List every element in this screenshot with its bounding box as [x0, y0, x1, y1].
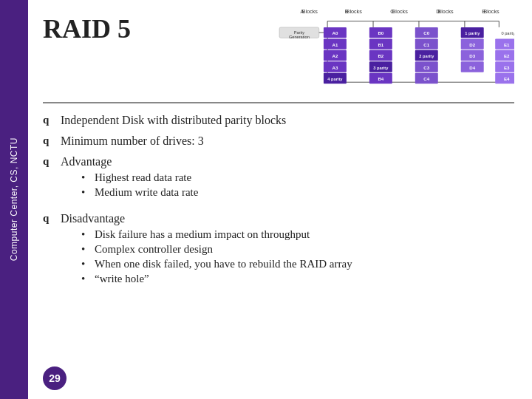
svg-text:C0: C0: [423, 30, 429, 35]
item-content: Disadvantage • Disk failure has a medium…: [61, 212, 352, 291]
svg-text:B1: B1: [378, 42, 383, 47]
sub-item-text: Highest read data rate: [95, 171, 191, 184]
svg-text:D3: D3: [469, 53, 475, 58]
dot-icon: •: [81, 228, 89, 241]
svg-text:Blocks: Blocks: [483, 8, 499, 15]
dot-icon: •: [81, 186, 89, 199]
item-text: Independent Disk with distributed parity…: [61, 114, 286, 127]
svg-text:A2: A2: [332, 53, 338, 58]
header-area: RAID 5 A Blocks B Blocks C Blocks D Bloc…: [43, 13, 514, 93]
page-title: RAID 5: [43, 13, 270, 44]
sub-item: • Highest read data rate: [81, 171, 198, 184]
dot-icon: •: [81, 171, 89, 184]
svg-text:0 parity: 0 parity: [501, 31, 514, 35]
sidebar-label: Computer Center, CS, NCTU: [9, 137, 19, 261]
list-item: q Advantage • Highest read data rate • M…: [43, 155, 514, 205]
sidebar: Computer Center, CS, NCTU: [0, 0, 28, 399]
sub-item: • Complex controller design: [81, 243, 352, 256]
sub-item: • “write hole”: [81, 273, 352, 285]
sub-item-text: “write hole”: [95, 273, 149, 285]
svg-text:Blocks: Blocks: [437, 8, 454, 15]
bullet-icon: q: [43, 114, 53, 126]
page-number-badge: 29: [43, 366, 66, 390]
sub-item: • When one disk failed, you have to rebu…: [81, 258, 352, 270]
list-item: q Independent Disk with distributed pari…: [43, 114, 514, 127]
svg-text:Blocks: Blocks: [392, 8, 409, 15]
sub-item: • Disk failure has a medium impact on th…: [81, 228, 352, 241]
dot-icon: •: [81, 243, 89, 256]
svg-text:A0: A0: [332, 30, 338, 35]
svg-text:A1: A1: [332, 42, 338, 47]
svg-text:D2: D2: [469, 42, 475, 47]
dot-icon: •: [81, 258, 89, 270]
svg-text:E4: E4: [504, 76, 510, 81]
svg-text:C3: C3: [423, 65, 429, 70]
sub-item: • Medium write data rate: [81, 186, 198, 199]
svg-text:E3: E3: [504, 65, 510, 70]
svg-text:Parity: Parity: [294, 30, 305, 35]
item-content: Advantage • Highest read data rate • Med…: [61, 155, 198, 205]
svg-text:Blocks: Blocks: [347, 8, 363, 15]
item-text: Disadvantage: [61, 212, 125, 225]
list-item: q Minimum number of drives: 3: [43, 134, 514, 148]
sub-item-text: Disk failure has a medium impact on thro…: [95, 228, 310, 241]
svg-text:3 parity: 3 parity: [373, 66, 389, 70]
sub-list: • Highest read data rate • Medium write …: [81, 171, 198, 199]
sub-item-text: Medium write data rate: [95, 186, 198, 199]
svg-text:4 parity: 4 parity: [327, 77, 343, 81]
svg-text:B2: B2: [378, 53, 383, 58]
main-content: RAID 5 A Blocks B Blocks C Blocks D Bloc…: [28, 0, 532, 399]
svg-text:E2: E2: [504, 53, 510, 58]
sub-list: • Disk failure has a medium impact on th…: [81, 228, 352, 285]
item-text: Minimum number of drives: 3: [61, 134, 204, 148]
sub-item-text: When one disk failed, you have to rebuil…: [95, 258, 352, 270]
svg-text:E1: E1: [504, 42, 510, 47]
svg-text:C4: C4: [423, 76, 429, 81]
svg-text:Generation: Generation: [289, 35, 310, 39]
svg-text:B0: B0: [378, 30, 383, 35]
svg-text:B4: B4: [378, 76, 383, 81]
raid-svg: A Blocks B Blocks C Blocks D Blocks E Bl…: [278, 6, 514, 90]
dot-icon: •: [81, 273, 89, 285]
item-text: Advantage: [61, 155, 112, 168]
bullet-icon: q: [43, 212, 53, 225]
divider: [43, 102, 514, 103]
bullet-icon: q: [43, 155, 53, 168]
list-item: q Disadvantage • Disk failure has a medi…: [43, 212, 514, 291]
raid-diagram: A Blocks B Blocks C Blocks D Blocks E Bl…: [278, 6, 514, 93]
svg-text:Blocks: Blocks: [302, 8, 318, 15]
bullet-icon: q: [43, 134, 53, 147]
svg-text:D4: D4: [469, 65, 475, 70]
svg-text:1 parity: 1 parity: [465, 31, 480, 35]
content-list: q Independent Disk with distributed pari…: [43, 114, 514, 386]
svg-text:A3: A3: [332, 65, 338, 70]
svg-text:C1: C1: [423, 42, 429, 47]
sub-item-text: Complex controller design: [95, 243, 213, 256]
svg-text:2 parity: 2 parity: [419, 54, 434, 58]
